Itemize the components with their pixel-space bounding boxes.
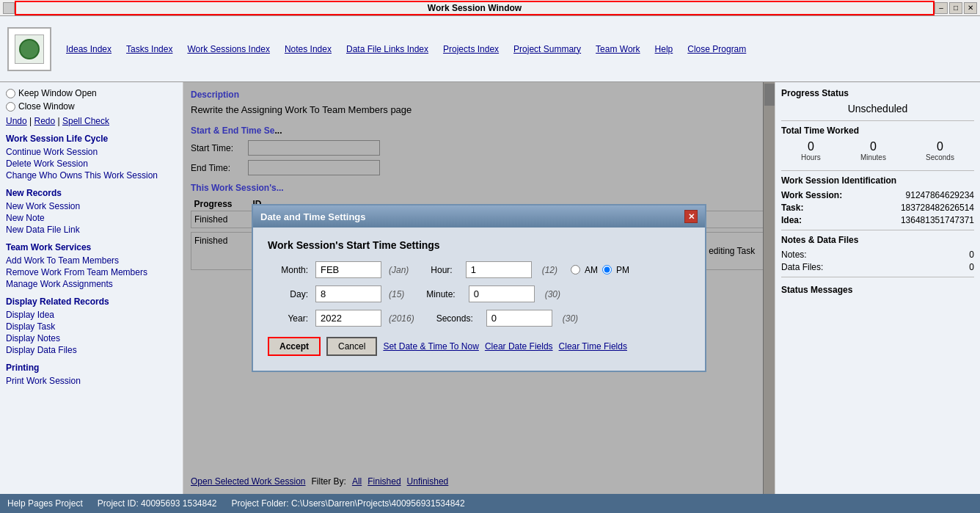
task-value: 183728482626514 [901, 203, 974, 213]
accept-button[interactable]: Accept [268, 337, 321, 356]
display-notes[interactable]: Display Notes [6, 333, 177, 343]
title-bar-icon [3, 2, 15, 14]
nav-ideas-index[interactable]: Ideas Index [66, 44, 111, 54]
nav-work-sessions-index[interactable]: Work Sessions Index [187, 44, 270, 54]
keep-window-label: Keep Window Open [18, 88, 97, 98]
set-date-time-now-button[interactable]: Set Date & Time To Now [383, 341, 479, 352]
nav-bar: Ideas Index Tasks Index Work Sessions In… [0, 16, 980, 82]
logo-inner [15, 34, 44, 64]
close-window-option[interactable]: Close Window [6, 101, 177, 112]
status-project-id: Project ID: 40095693 1534842 [98, 498, 217, 509]
keep-window-open-option[interactable]: Keep Window Open [6, 88, 177, 98]
seconds-hint: (30) [563, 313, 578, 324]
logo-circle [19, 39, 40, 59]
divider-1 [781, 120, 974, 121]
notes-row: Notes: 0 [781, 250, 974, 260]
year-input[interactable] [315, 310, 381, 327]
minutes-value: 0 [860, 140, 886, 153]
nav-close-program[interactable]: Close Program [687, 44, 746, 54]
status-project-folder: Project Folder: C:\Users\Darren\Projects… [232, 498, 465, 509]
hour-input[interactable] [466, 261, 532, 278]
minimize-button[interactable]: – [935, 2, 948, 14]
work-session-id-label: Work Session: [781, 190, 842, 200]
progress-status-title: Progress Status [781, 88, 974, 98]
month-hint: (Jan) [389, 265, 409, 275]
divider-4 [781, 277, 974, 277]
notes-value: 0 [969, 250, 974, 260]
add-work-team[interactable]: Add Work To Team Members [6, 255, 177, 266]
close-button[interactable]: ✕ [964, 2, 977, 14]
undo-redo-bar: Undo | Redo | Spell Check [6, 116, 177, 126]
new-note[interactable]: New Note [6, 213, 177, 223]
display-data-files[interactable]: Display Data Files [6, 345, 177, 355]
seconds-input[interactable] [486, 310, 552, 327]
modal-row-day-minute: Day: (15) Minute: (30) [268, 285, 690, 302]
hour-label: Hour: [431, 265, 452, 275]
nav-notes-index[interactable]: Notes Index [285, 44, 332, 54]
change-owner[interactable]: Change Who Owns This Work Session [6, 170, 177, 181]
work-session-id-value: 91247864629234 [906, 190, 974, 200]
data-files-row: Data Files: 0 [781, 262, 974, 272]
day-input[interactable] [315, 285, 381, 302]
remove-work-team[interactable]: Remove Work From Team Members [6, 267, 177, 277]
title-bar: Work Session Window – □ ✕ [0, 0, 980, 16]
hours-value: 0 [801, 140, 821, 153]
modal-close-button[interactable]: ✕ [684, 210, 698, 223]
nav-help[interactable]: Help [655, 44, 673, 54]
window-controls[interactable]: – □ ✕ [935, 2, 977, 14]
undo-link[interactable]: Undo [6, 116, 27, 126]
data-files-label: Data Files: [781, 262, 823, 272]
new-work-session[interactable]: New Work Session [6, 201, 177, 211]
minute-input[interactable] [469, 285, 535, 302]
nav-team-work[interactable]: Team Work [596, 44, 640, 54]
am-label: AM [585, 265, 598, 275]
data-files-value: 0 [969, 262, 974, 272]
month-input[interactable] [315, 261, 381, 278]
maximize-button[interactable]: □ [949, 2, 962, 14]
delete-work-session[interactable]: Delete Work Session [6, 159, 177, 169]
nav-projects-index[interactable]: Projects Index [443, 44, 499, 54]
nav-tasks-index[interactable]: Tasks Index [126, 44, 172, 54]
work-session-row: Work Session: 91247864629234 [781, 190, 974, 200]
am-radio[interactable] [571, 265, 580, 274]
idea-row: Idea: 136481351747371 [781, 215, 974, 225]
continue-work-session[interactable]: Continue Work Session [6, 147, 177, 157]
modal-heading: Work Session's Start Time Settings [268, 239, 690, 251]
time-display: 0 Hours 0 Minutes 0 Seconds [781, 140, 974, 161]
pm-radio[interactable] [602, 265, 612, 274]
hours-label: Hours [801, 153, 821, 161]
print-work-session[interactable]: Print Work Session [6, 376, 177, 386]
clear-date-fields-button[interactable]: Clear Date Fields [485, 341, 553, 352]
nav-project-summary[interactable]: Project Summary [513, 44, 581, 54]
manage-work-assignments[interactable]: Manage Work Assignments [6, 279, 177, 289]
new-data-file-link[interactable]: New Data File Link [6, 225, 177, 235]
keep-window-radio[interactable] [6, 89, 15, 98]
section-title-printing: Printing [6, 363, 177, 373]
divider-3 [781, 230, 974, 230]
main-layout: Keep Window Open Close Window Undo | Red… [0, 82, 980, 494]
modal-overlay: Date and Time Settings ✕ Work Session's … [183, 82, 775, 494]
section-title-new-records: New Records [6, 188, 177, 198]
display-idea[interactable]: Display Idea [6, 310, 177, 320]
nav-data-file-links-index[interactable]: Data File Links Index [346, 44, 428, 54]
divider-2 [781, 170, 974, 171]
progress-status-text: Unscheduled [848, 103, 908, 114]
cancel-button[interactable]: Cancel [326, 337, 377, 356]
close-window-radio[interactable] [6, 102, 15, 112]
seconds-label: Seconds: [436, 313, 473, 324]
year-label: Year: [268, 313, 308, 324]
sidebar: Keep Window Open Close Window Undo | Red… [0, 82, 183, 494]
redo-link[interactable]: Redo [34, 116, 55, 126]
section-title-team-work: Team Work Services [6, 242, 177, 252]
day-label: Day: [268, 289, 308, 299]
modal-title-bar: Date and Time Settings ✕ [253, 205, 705, 228]
hours-display: 0 Hours [801, 140, 821, 161]
modal-content: Work Session's Start Time Settings Month… [253, 228, 705, 371]
app-logo [7, 27, 51, 71]
display-task[interactable]: Display Task [6, 321, 177, 332]
notes-label: Notes: [781, 250, 807, 260]
spell-check-link[interactable]: Spell Check [62, 116, 109, 126]
modal-row-year-seconds: Year: (2016) Seconds: (30) [268, 310, 690, 327]
clear-time-fields-button[interactable]: Clear Time Fields [559, 341, 627, 352]
right-panel: Progress Status Unscheduled Total Time W… [775, 82, 980, 494]
